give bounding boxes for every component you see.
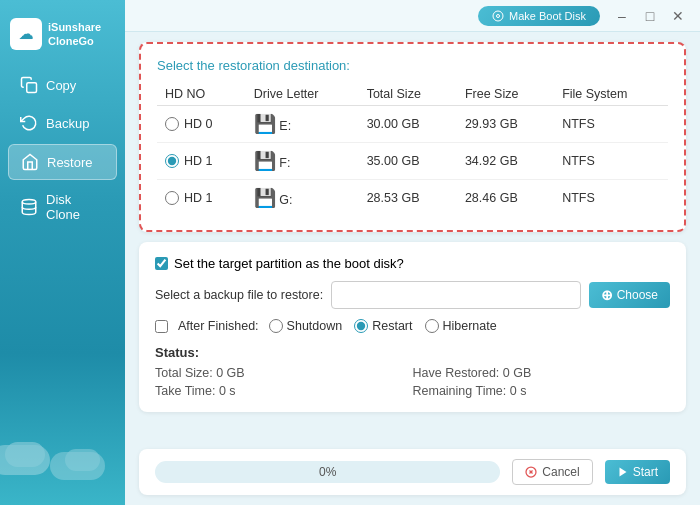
remaining-time-status: Remaining Time: 0 s [413,384,671,398]
hibernate-radio[interactable] [425,319,439,333]
have-restored-status: Have Restored: 0 GB [413,366,671,380]
hd0-drive: E: [279,119,291,133]
sidebar-item-backup-label: Backup [46,116,89,131]
content-area: Select the restoration destination: HD N… [125,32,700,449]
restore-panel-title: Select the restoration destination: [157,58,668,73]
table-row: HD 1 💾 G: 28.53 GB 28.46 GB NTFS [157,180,668,217]
hd1a-radio[interactable] [165,154,179,168]
status-title: Status: [155,345,670,360]
take-time-status: Take Time: 0 s [155,384,413,398]
choose-button[interactable]: ⊕ Choose [589,282,670,308]
hd1b-radio[interactable] [165,191,179,205]
drive-icon: 💾 [254,113,276,135]
after-finished-checkbox[interactable] [155,320,168,333]
restore-icon [21,153,39,171]
progress-track: 0% [155,461,500,483]
svg-point-3 [496,14,499,17]
maximize-button[interactable]: □ [636,5,664,27]
svg-rect-0 [27,83,37,93]
hd1a-drive-cell: 💾 F: [246,143,359,180]
hd1b-label: HD 1 [184,191,212,205]
close-button[interactable]: ✕ [664,5,692,27]
progress-label: 0% [319,465,336,479]
sidebar-item-copy[interactable]: Copy [8,68,117,102]
hd1b-total: 28.53 GB [359,180,457,217]
drive-icon: 💾 [254,150,276,172]
col-file-system: File System [554,83,668,106]
backup-icon [20,114,38,132]
sidebar: ☁ iSunshare CloneGo Copy [0,0,125,505]
sidebar-item-copy-label: Copy [46,78,76,93]
hd1b-drive-cell: 💾 G: [246,180,359,217]
hd1b-fs: NTFS [554,180,668,217]
hd0-fs: NTFS [554,106,668,143]
restart-radio[interactable] [354,319,368,333]
make-boot-disk-button[interactable]: Make Boot Disk [478,6,600,26]
shutdown-radio[interactable] [269,319,283,333]
table-row: HD 0 💾 E: 30.00 GB 29.93 GB NTFS [157,106,668,143]
boot-disk-label: Set the target partition as the boot dis… [174,256,404,271]
restart-label: Restart [372,319,412,333]
logo-text: iSunshare CloneGo [48,20,101,49]
copy-icon [20,76,38,94]
table-row: HD 1 💾 F: 35.00 GB 34.92 GB NTFS [157,143,668,180]
hd0-label: HD 0 [184,117,212,131]
disk-table: HD NO Drive Letter Total Size Free Size … [157,83,668,216]
hd0-radio[interactable] [165,117,179,131]
sidebar-item-disk-clone-label: Disk Clone [46,192,105,222]
hd1a-total: 35.00 GB [359,143,457,180]
cancel-button[interactable]: Cancel [512,459,592,485]
boot-disk-row: Set the target partition as the boot dis… [155,256,670,271]
sidebar-item-backup[interactable]: Backup [8,106,117,140]
drive-icon: 💾 [254,187,276,209]
sidebar-item-disk-clone[interactable]: Disk Clone [8,184,117,230]
hd0-total: 30.00 GB [359,106,457,143]
title-bar: Make Boot Disk – □ ✕ [125,0,700,32]
col-free-size: Free Size [457,83,554,106]
backup-file-input[interactable] [331,281,580,309]
app-logo: ☁ iSunshare CloneGo [0,10,125,68]
settings-panel: Set the target partition as the boot dis… [139,242,686,412]
svg-point-2 [493,11,503,21]
svg-marker-7 [619,468,626,477]
start-button[interactable]: Start [605,460,670,484]
hd1b-drive: G: [279,193,292,207]
shutdown-option[interactable]: Shutdown [269,319,343,333]
hd0-select-cell: HD 0 [165,117,238,131]
shutdown-label: Shutdown [287,319,343,333]
hd1b-select-cell: HD 1 [165,191,238,205]
after-options-group: Shutdown Restart Hibernate [269,319,497,333]
hibernate-label: Hibernate [443,319,497,333]
after-finished-row: After Finished: Shutdown Restart Hiberna… [155,319,670,333]
hd1a-label: HD 1 [184,154,212,168]
col-total-size: Total Size [359,83,457,106]
svg-point-1 [22,200,36,205]
select-file-label: Select a backup file to restore: [155,288,323,302]
hibernate-option[interactable]: Hibernate [425,319,497,333]
minimize-button[interactable]: – [608,5,636,27]
hd1b-free: 28.46 GB [457,180,554,217]
hd1a-select-cell: HD 1 [165,154,238,168]
col-hd-no: HD NO [157,83,246,106]
sidebar-item-restore[interactable]: Restore [8,144,117,180]
plus-icon: ⊕ [601,287,613,303]
file-select-row: Select a backup file to restore: ⊕ Choos… [155,281,670,309]
col-drive-letter: Drive Letter [246,83,359,106]
logo-icon: ☁ [10,18,42,50]
main-content: Make Boot Disk – □ ✕ Select the restorat… [125,0,700,505]
hd1a-fs: NTFS [554,143,668,180]
boot-disk-checkbox[interactable] [155,257,168,270]
status-grid: Total Size: 0 GB Have Restored: 0 GB Tak… [155,366,670,398]
restart-option[interactable]: Restart [354,319,412,333]
hd0-free: 29.93 GB [457,106,554,143]
sidebar-nav: Copy Backup Restore [0,68,125,230]
total-size-status: Total Size: 0 GB [155,366,413,380]
progress-bar-area: 0% Cancel Start [139,449,686,495]
hd1a-free: 34.92 GB [457,143,554,180]
disk-clone-icon [20,198,38,216]
after-finished-label: After Finished: [178,319,259,333]
hd0-drive-cell: 💾 E: [246,106,359,143]
restore-destination-panel: Select the restoration destination: HD N… [139,42,686,232]
status-section: Status: Total Size: 0 GB Have Restored: … [155,345,670,398]
hd1a-drive: F: [279,156,290,170]
